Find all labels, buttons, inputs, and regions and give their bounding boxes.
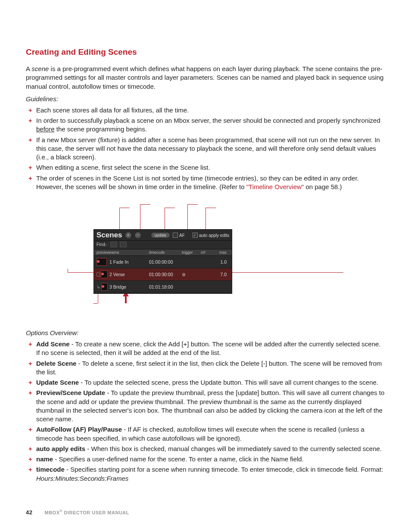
options-list: Add Scene - To create a new scene, click… [26,340,385,483]
guidelines-list: Each scene stores all data for all fixtu… [26,106,385,191]
add-scene-button[interactable]: + [125,232,132,239]
option-item: Delete Scene - To delete a scene, first … [36,359,385,377]
option-desc: - To delete a scene, first select it in … [36,360,382,376]
scene-max: 7.0 [214,272,227,277]
timecode-format: Hours:Minutes:Seconds:Frames [36,475,128,482]
xref-timeline-overview[interactable]: "Timeline Overview" [246,183,304,190]
callout-line [206,208,206,230]
camera-icon[interactable] [97,272,100,277]
update-button[interactable]: update [151,232,171,238]
checkbox-icon: ✓ [193,233,198,238]
scene-row[interactable]: 2 Verse 01:00:30:00 ⚙ 7.0 [94,268,232,281]
col-af: AF [201,250,214,255]
intro-paragraph: A scene is a pre-programmed event which … [26,65,385,91]
scene-index: 3 [109,284,112,289]
option-item: Preview/Scene Update - To update the pre… [36,389,385,423]
find-label[interactable]: Find▷ [97,242,108,247]
auto-apply-edits-checkbox[interactable]: ✓ auto apply edits [193,233,229,238]
scene-name[interactable]: Verse [113,272,125,277]
option-term: name [36,455,53,463]
callout-line [93,303,98,304]
scene-row[interactable]: ↳ 3 Bridge 01:01:18:00 [94,281,232,293]
option-desc: - To create a new scene, click the Add [… [36,340,380,356]
callout-line [119,208,120,230]
thumbnail-icon [101,283,108,291]
callout-line [68,272,94,273]
filter-icon[interactable] [110,242,117,247]
callout-line [206,208,216,208]
option-item: timecode - Specifies starting point for … [36,465,385,483]
guidelines-label: Guidelines: [26,95,385,103]
underline-before: before [36,125,55,133]
page-number: 42 [26,509,32,516]
col-preview: preview [97,250,109,255]
option-term: auto apply edits [36,445,85,452]
scene-trigger[interactable]: ⚙ [182,272,201,277]
option-item: name - Specifies a user-defined name for… [36,455,385,464]
scene-timecode[interactable]: 01:00:00:00 [149,259,182,264]
col-timecode: timecode [149,250,182,255]
xref-page: on page 58.) [305,183,342,190]
section-heading: Creating and Editing Scenes [26,47,385,57]
scenes-panel-header: Scenes + − update AF ✓ auto apply edits [94,230,232,241]
scenes-panel-title: Scenes [97,231,122,240]
callout-line [165,208,165,230]
callout-line [119,208,130,208]
af-label: AF [179,233,185,238]
callout-line [68,269,68,272]
callout-line [165,208,175,208]
scenes-find-row: Find▷ [94,241,232,249]
option-term: timecode [36,466,65,473]
scene-name[interactable]: Fade In [113,259,129,264]
af-checkbox[interactable]: AF [173,233,185,238]
option-term: AutoFollow (AF) Play/Pause [36,426,122,433]
scene-timecode[interactable]: 01:01:18:00 [149,284,182,289]
col-max: max [214,250,227,255]
col-name: name [109,250,149,255]
layout-icon[interactable] [120,242,127,247]
guideline-item: The order of scenes in the Scene List is… [36,174,385,192]
option-term: Delete Scene [36,360,76,367]
option-desc: - When this box is checked, manual chang… [85,445,382,452]
callout-line [187,204,198,205]
scenes-column-header: preview name timecode trigger AF max [94,249,232,256]
auto-apply-label: auto apply edits [199,233,229,238]
option-item: AutoFollow (AF) Play/Pause - If AF is ch… [36,425,385,443]
scene-name[interactable]: Bridge [113,284,126,289]
options-label: Options Overview: [26,329,385,336]
scene-index: 2 [109,272,112,277]
option-term: Update Scene [36,379,79,386]
scene-row[interactable]: 1 Fade In 01:00:00:00 1.0 [94,256,232,268]
guideline-item: When editing a scene, first select the s… [36,163,385,172]
col-trigger: trigger [182,250,201,255]
callout-line [231,272,343,273]
option-term: Preview/Scene Update [36,389,105,396]
option-item: Update Scene - To update the selected sc… [36,378,385,387]
callout-line [140,204,140,230]
scenes-panel-figure: Scenes + − update AF ✓ auto apply edits … [68,204,343,308]
option-item: Add Scene - To create a new scene, click… [36,340,385,358]
option-desc: - To update the selected scene, press th… [79,379,378,386]
scene-index: 1 [109,259,112,264]
callout-line [140,204,150,205]
page-footer: 42 MBOX® DIRECTOR USER MANUAL [26,509,129,516]
guideline-item: If a new Mbox server (fixture) is added … [36,136,385,162]
callout-line [187,204,188,230]
scenes-panel: Scenes + − update AF ✓ auto apply edits … [93,229,232,294]
footer-title: MBOX® DIRECTOR USER MANUAL [44,509,129,515]
checkbox-icon [173,233,178,238]
delete-scene-button[interactable]: − [134,232,141,239]
guideline-item: In order to successfully playback a scen… [36,116,385,134]
thumbnail-icon [101,271,108,278]
option-term: Add Scene [36,340,70,348]
scene-max: 1.0 [214,259,227,264]
option-desc: - Specifies a user-defined name for the … [53,455,304,463]
guideline-item: Each scene stores all data for all fixtu… [36,106,385,115]
intro-scene-em: scene [31,65,49,72]
page-content: Creating and Editing Scenes A scene is a… [0,0,411,483]
link-arrow-icon: ↳ [97,284,100,290]
thumbnail-icon [97,258,107,266]
option-item: auto apply edits - When this box is chec… [36,445,385,453]
scene-timecode[interactable]: 01:00:30:00 [149,272,182,277]
